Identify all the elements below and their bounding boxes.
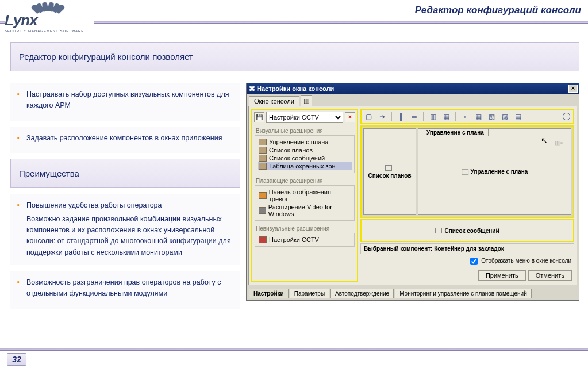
feature-block-2: Задавать расположение компонентов в окна… xyxy=(10,126,240,153)
window-titlebar[interactable]: ⌘ Настройки окна консоли × xyxy=(247,83,579,94)
bottom-tab-monitoring[interactable]: Мониторинг и управление с планов помещен… xyxy=(395,289,532,298)
tool-cols2-icon[interactable]: ▥ xyxy=(428,112,438,121)
footer-divider xyxy=(0,348,588,351)
feature-block-1: Настраивать набор доступных визуальных к… xyxy=(10,83,240,121)
advantage-block-2: Возможность разграничения прав операторо… xyxy=(10,271,240,309)
tab-layout-icon[interactable]: ▥ xyxy=(301,95,312,106)
advantage-title: Повышение удобства работы оператора xyxy=(17,200,233,211)
window-icon: ⌘ xyxy=(249,85,255,93)
cursor-icon: ↖ xyxy=(541,136,548,145)
tool-grid-icon[interactable]: ▦ xyxy=(474,112,483,121)
tool-split-v-icon[interactable]: ═ xyxy=(409,112,419,121)
logo: Lynx SECURITY MANAGEMENT SOFTWARE xyxy=(5,0,94,30)
window-title: Настройки окна консоли xyxy=(257,85,334,92)
feature-item: Настраивать набор доступных визуальных к… xyxy=(17,89,233,112)
ext-item-selected[interactable]: Таблица охранных зон xyxy=(258,162,352,170)
bottom-tab-autoconfirm[interactable]: Автоподтверждение xyxy=(330,289,394,298)
advantage-desc: Возможно задание произвольной комбинации… xyxy=(17,214,233,259)
close-icon[interactable]: × xyxy=(568,85,578,93)
delete-icon[interactable]: × xyxy=(345,112,355,122)
feature-item: Задавать расположение компонентов в окна… xyxy=(17,133,233,144)
group-nonvisual-label: Невизуальные расширения xyxy=(252,223,357,233)
profile-dropdown[interactable]: Настройки CCTV xyxy=(266,112,343,123)
advantages-panel: Преимущества xyxy=(10,159,240,188)
ghost-icon: ▥▫ xyxy=(555,139,563,147)
show-menu-checkbox[interactable]: Отображать меню в окне консоли xyxy=(470,258,571,264)
pane-center-label: Управление с плана xyxy=(462,168,528,175)
ext-item[interactable]: Панель отображения тревог xyxy=(258,188,352,203)
tool-expand-icon[interactable]: ⛶ xyxy=(561,112,571,121)
intro-panel: Редактор конфигураций консоли позволяет xyxy=(10,42,579,71)
logo-text: Lynx xyxy=(5,12,94,29)
tool-new-icon[interactable]: ▢ xyxy=(364,112,374,121)
advantage-block-1: Повышение удобства работы оператора Возм… xyxy=(10,194,240,265)
show-menu-input[interactable] xyxy=(470,258,478,265)
save-icon[interactable]: 💾 xyxy=(254,112,264,122)
layout-canvas[interactable]: Список планов Управление с плана ↖ ▥▫ Уп… xyxy=(360,125,574,218)
page-title: Редактор конфигураций консоли xyxy=(415,5,581,16)
ext-item[interactable]: Список планов xyxy=(258,146,352,154)
status-bar: Выбранный компонент: Контейнер для закла… xyxy=(360,243,574,254)
console-settings-window: ⌘ Настройки окна консоли × Окно консоли … xyxy=(246,83,579,301)
ext-item[interactable]: Список сообщений xyxy=(258,154,352,162)
extensions-panel: 💾 Настройки CCTV × Визуальные расширения… xyxy=(251,109,358,282)
ext-item[interactable]: Настройки CCTV xyxy=(258,236,352,244)
bottom-tab-settings[interactable]: Настройки xyxy=(249,289,289,298)
pane-messages[interactable]: Список сообщений xyxy=(360,219,574,242)
tool-split-h-icon[interactable]: ╫ xyxy=(396,112,406,121)
advantage-title: Возможность разграничения прав операторо… xyxy=(17,277,233,300)
tab-console-window[interactable]: Окно консоли xyxy=(249,96,299,106)
tool-chart-icon[interactable]: ▧ xyxy=(487,112,497,121)
ext-item[interactable]: Расширение Video for Windows xyxy=(258,203,352,218)
logo-subtitle: SECURITY MANAGEMENT SOFTWARE xyxy=(5,29,94,33)
toolbar: ▢ ➜ ╫ ═ ▥ ▦ ▫ ▦ ▧ ▨ ▤ xyxy=(360,109,574,124)
tool-page-icon[interactable]: ▫ xyxy=(460,112,470,121)
ext-item[interactable]: Управление с плана xyxy=(258,138,352,146)
tool-arrow-icon[interactable]: ➜ xyxy=(377,112,387,121)
page-number: 32 xyxy=(7,353,26,366)
tool-date-icon[interactable]: ▤ xyxy=(513,112,523,121)
tool-cols3-icon[interactable]: ▦ xyxy=(441,112,451,121)
cancel-button[interactable]: Отменить xyxy=(528,270,572,281)
pane-tab[interactable]: Управление с плана xyxy=(422,128,489,136)
bottom-tab-params[interactable]: Параметры xyxy=(290,289,329,298)
pane-plans-list[interactable]: Список планов xyxy=(363,128,416,215)
pane-main[interactable]: Управление с плана ↖ ▥▫ Управление с пла… xyxy=(418,128,571,215)
apply-button[interactable]: Применить xyxy=(478,270,526,281)
group-visual-label: Визуальные расширения xyxy=(252,125,357,135)
tool-chart2-icon[interactable]: ▨ xyxy=(500,112,510,121)
group-floating-label: Плавающие расширения xyxy=(252,175,357,185)
